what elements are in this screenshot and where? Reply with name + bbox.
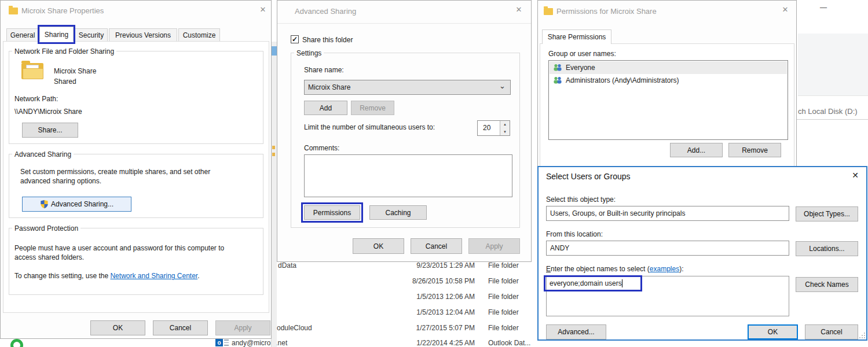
folder-sliver	[272, 146, 275, 149]
text: nter the object names to select (	[551, 265, 650, 273]
advanced-sharing-button[interactable]: Advanced Sharing...	[22, 197, 131, 212]
field-value: ANDY	[550, 244, 569, 252]
check-names-button[interactable]: Check Names	[796, 277, 858, 292]
group-or-user-names-label: Group or user names:	[548, 50, 616, 58]
user-list[interactable]: Everyone Administrators (Andy\Administra…	[548, 60, 788, 140]
tab-customize[interactable]: Customize	[178, 28, 220, 41]
examples-link[interactable]: examples	[650, 265, 679, 273]
share-this-folder-checkbox[interactable]: ✓	[291, 35, 299, 43]
button-label: Caching	[385, 209, 411, 217]
tab-label: Customize	[183, 31, 216, 39]
explorer-scrollbar-sliver[interactable]	[271, 42, 277, 347]
caching-button[interactable]: Caching	[369, 205, 427, 220]
checkbox-label[interactable]: Share this folder	[302, 36, 353, 44]
list-item-administrators[interactable]: Administrators (Andy\Administrators)	[550, 74, 787, 87]
locations-button[interactable]: Locations...	[796, 241, 858, 256]
tab-label: Sharing	[45, 31, 68, 39]
object-names-label: Enter the object names to select (exampl…	[546, 265, 683, 273]
users-icon	[553, 64, 562, 72]
advanced-button[interactable]: Advanced...	[546, 324, 606, 339]
limit-users-spinner[interactable]: 20 ▲ ▼	[477, 120, 510, 136]
resize-grip[interactable]	[858, 331, 865, 338]
network-path-value: \\ANDY\Microix Share	[14, 108, 82, 116]
tab-security[interactable]: Security	[75, 28, 108, 41]
desktop-icon-partial	[10, 339, 23, 347]
file-date: 1/22/2014 4:25 AM	[405, 339, 475, 347]
object-types-button[interactable]: Object Types...	[796, 206, 858, 222]
remove-button[interactable]: Remove	[728, 143, 781, 157]
close-icon[interactable]: ✕	[848, 171, 863, 182]
folder-icon	[544, 8, 553, 15]
explorer-scrollbar-thumb[interactable]	[272, 46, 277, 56]
tab-general[interactable]: General	[6, 28, 39, 41]
tab-share-permissions[interactable]: Share Permissions	[542, 29, 611, 44]
advanced-sharing-text-line2: advanced sharing options.	[20, 177, 101, 185]
button-label: Remove	[360, 104, 386, 112]
add-button[interactable]: Add...	[670, 143, 723, 157]
folder-sliver	[272, 153, 275, 156]
share-button[interactable]: Share...	[22, 123, 78, 138]
share-name-combobox[interactable]: Microix Share ⌄	[304, 80, 511, 95]
close-icon[interactable]: ✕	[511, 5, 526, 17]
combobox-value: Microix Share	[308, 83, 350, 91]
button-label: Locations...	[809, 245, 844, 253]
remove-button: Remove	[351, 101, 394, 115]
button-label: Apply	[485, 242, 503, 250]
explorer-minimize-icon[interactable]: —	[817, 3, 830, 14]
comments-textarea[interactable]	[304, 154, 512, 197]
button-label: Advanced Sharing...	[51, 200, 113, 208]
permissions-button[interactable]: Permissions	[304, 205, 360, 220]
location-field[interactable]: ANDY	[546, 241, 789, 256]
text: ):	[679, 265, 683, 273]
password-protection-group	[9, 228, 263, 295]
explorer-ribbon-panel	[798, 34, 868, 96]
file-name[interactable]: andy@microix.net	[232, 339, 287, 347]
network-sharing-center-link[interactable]: Network and Sharing Center	[110, 272, 197, 280]
cancel-button[interactable]: Cancel	[805, 324, 858, 339]
field-value: Users, Groups, or Built-in security prin…	[550, 209, 685, 217]
text: E	[546, 265, 551, 273]
close-icon[interactable]: ✕	[778, 5, 793, 17]
tab-label: Previous Versions	[115, 31, 171, 39]
object-type-field[interactable]: Users, Groups, or Built-in security prin…	[546, 206, 789, 221]
button-label: Cancel	[426, 242, 447, 250]
button-label: Add...	[687, 146, 705, 154]
file-name[interactable]: oduleCloud	[277, 324, 312, 332]
add-button[interactable]: Add	[304, 101, 347, 115]
ok-button[interactable]: OK	[353, 238, 404, 254]
button-label: Remove	[742, 146, 768, 154]
group-label: Password Protection	[12, 224, 80, 232]
share-name-text: Microix Share	[54, 67, 96, 75]
spinner-down-icon[interactable]: ▼	[500, 128, 510, 136]
password-text-line2: access shared folders.	[14, 253, 84, 261]
tab-label: Security	[79, 31, 104, 39]
button-label: OK	[768, 328, 778, 336]
ok-button[interactable]: OK	[748, 324, 798, 339]
explorer-search-box[interactable]: ch Local Disk (D:)	[798, 107, 858, 116]
share-state-text: Shared	[54, 77, 76, 86]
users-icon	[553, 76, 562, 84]
list-item-everyone[interactable]: Everyone	[550, 61, 787, 74]
file-type: File folder	[488, 277, 519, 285]
file-name[interactable]: dData	[278, 261, 296, 270]
outlook-file-icon-lines	[224, 339, 229, 346]
uac-shield-icon	[40, 200, 49, 209]
button-label: Cancel	[170, 324, 191, 332]
tab-sharing[interactable]: Sharing	[39, 27, 74, 42]
dialog-title: Microix Share Properties	[21, 6, 104, 15]
ok-button[interactable]: OK	[90, 320, 145, 335]
comments-label: Comments:	[304, 144, 339, 152]
select-users-dialog: Select Users or Groups ✕ Select this obj…	[537, 166, 867, 341]
button-label: Object Types...	[804, 210, 850, 218]
cancel-button[interactable]: Cancel	[153, 320, 208, 335]
file-date: 9/23/2015 1:29 AM	[405, 261, 475, 270]
text: .	[197, 272, 199, 280]
share-name-label: Share name:	[304, 66, 344, 74]
cancel-button[interactable]: Cancel	[411, 238, 462, 254]
titlebar-divider	[277, 23, 531, 24]
tab-previous-versions[interactable]: Previous Versions	[109, 28, 177, 41]
object-names-textarea[interactable]: everyone;domain users	[546, 276, 789, 316]
spinner-up-icon[interactable]: ▲	[500, 121, 510, 128]
close-icon[interactable]: ✕	[255, 5, 270, 17]
tab-label: Share Permissions	[548, 33, 606, 41]
